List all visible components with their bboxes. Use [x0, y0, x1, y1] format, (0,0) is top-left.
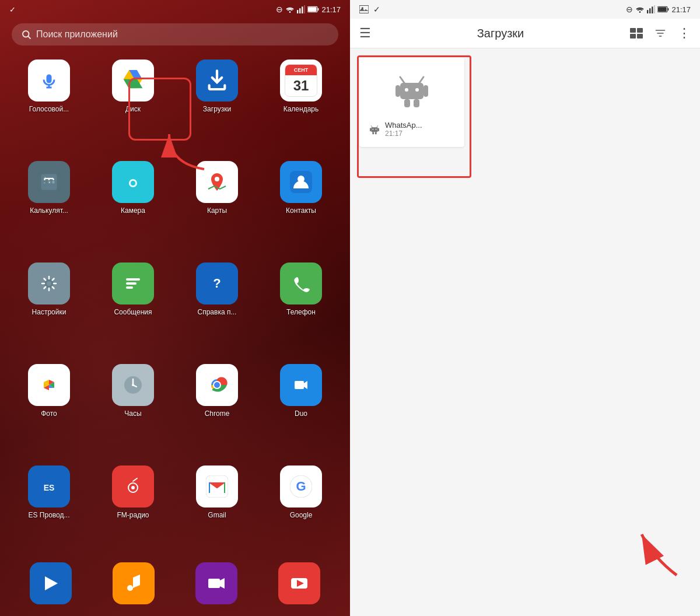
file-card-info: WhatsAp... 21:17 [369, 121, 455, 138]
app-icon-help: ? [196, 262, 238, 304]
svg-rect-71 [650, 8, 651, 13]
svg-rect-1 [297, 10, 298, 13]
app-item-chrome[interactable]: Chrome [177, 364, 257, 456]
app-item-phone[interactable]: Телефон [261, 262, 341, 355]
app-label-chrome: Chrome [205, 410, 230, 418]
app-item-music[interactable] [113, 562, 155, 604]
file-card-whatsapp[interactable]: WhatsAp... 21:17 [359, 58, 464, 147]
svg-rect-77 [630, 28, 636, 33]
file-type-icon [369, 124, 380, 135]
app-label-contacts: Контакты [286, 206, 316, 215]
svg-rect-6 [308, 7, 317, 11]
svg-rect-11 [47, 75, 52, 83]
file-name: WhatsAp... [385, 121, 422, 130]
app-item-voice[interactable]: Голосовой... [9, 60, 89, 152]
app-item-clock[interactable]: Часы [93, 364, 173, 456]
app-label-gmail: Gmail [208, 511, 226, 519]
arrow-to-downloads [152, 128, 210, 175]
status-bar-right: ✓ ⊖ 21:17 [350, 0, 700, 19]
svg-point-61 [127, 585, 133, 591]
signal-icon [297, 5, 305, 13]
menu-icon[interactable]: ☰ [359, 26, 371, 41]
app-item-google[interactable]: G Google [261, 466, 341, 558]
svg-rect-33 [126, 282, 136, 285]
app-item-video[interactable] [195, 562, 237, 604]
status-icons-left: ⊖ 21:17 [276, 5, 341, 14]
app-label-downloads: Загрузки [203, 105, 231, 113]
app-label-calculator: Калькулят... [30, 206, 68, 215]
toolbar-icons: ⋮ [630, 26, 691, 41]
app-icon-youtube [278, 562, 320, 604]
svg-point-26 [215, 177, 219, 181]
svg-line-85 [419, 77, 424, 83]
app-label-duo: Duo [295, 410, 307, 418]
svg-rect-76 [668, 8, 669, 10]
battery-icon-right [657, 6, 669, 13]
svg-line-9 [28, 36, 30, 38]
list-view-icon[interactable] [630, 28, 643, 38]
app-icon-downloads [196, 60, 238, 102]
app-item-gmail[interactable]: Gmail [177, 466, 257, 558]
app-item-contacts[interactable]: Контакты [261, 161, 341, 253]
app-item-settings[interactable]: Настройки [9, 262, 89, 355]
svg-rect-81 [400, 83, 424, 99]
app-label-messages: Сообщения [114, 308, 152, 316]
search-placeholder: Поиск приложений [36, 29, 118, 40]
app-item-help[interactable]: ? Справка п... [177, 262, 257, 355]
app-item-photos[interactable]: Фото [9, 364, 89, 456]
app-item-es[interactable]: ES ES Провод... [9, 466, 89, 558]
app-item-youtube[interactable] [278, 562, 320, 604]
app-icon-duo [280, 364, 322, 406]
app-label-clock: Часы [124, 410, 141, 418]
app-item-play[interactable] [30, 562, 72, 604]
app-label-google: Google [290, 511, 313, 519]
svg-rect-2 [300, 8, 301, 13]
search-bar[interactable]: Поиск приложений [12, 23, 338, 46]
more-icon[interactable]: ⋮ [678, 26, 691, 41]
app-icon-calendar: СЕНТ 31 [280, 60, 322, 102]
app-item-calendar[interactable]: СЕНТ 31 Календарь [261, 60, 341, 152]
svg-rect-72 [652, 6, 653, 13]
signal-icon-right [647, 5, 655, 13]
svg-point-0 [289, 11, 291, 13]
svg-text:G: G [296, 479, 306, 494]
app-label-camera: Камера [121, 206, 145, 215]
svg-point-48 [214, 382, 220, 388]
status-left-icons: ✓ [359, 5, 380, 14]
app-icon-phone [280, 262, 322, 304]
app-item-fm[interactable]: FM-радио [93, 466, 173, 558]
app-icon-fm [112, 466, 154, 508]
svg-rect-67 [359, 5, 369, 13]
svg-rect-7 [318, 8, 319, 10]
sort-icon[interactable] [654, 27, 666, 39]
app-label-drive: Диск [125, 105, 141, 113]
app-icon-settings [28, 262, 70, 304]
app-item-messages[interactable]: Сообщения [93, 262, 173, 355]
app-item-duo[interactable]: Duo [261, 364, 341, 456]
wifi-icon-right [635, 6, 645, 13]
svg-point-91 [373, 128, 374, 130]
app-label-maps: Карты [207, 206, 227, 215]
svg-marker-60 [45, 576, 58, 590]
app-label-es: ES Провод... [29, 511, 70, 519]
app-label-calendar: Календарь [284, 105, 319, 113]
app-label-photos: Фото [41, 410, 57, 418]
svg-point-92 [376, 128, 377, 130]
svg-rect-62 [208, 579, 220, 588]
arrow-to-file [618, 511, 688, 581]
svg-rect-70 [647, 10, 648, 13]
svg-point-55 [131, 486, 135, 489]
svg-text:?: ? [213, 276, 220, 290]
svg-rect-50 [295, 381, 304, 389]
app-icon-play [30, 562, 72, 604]
app-icon-gmail [196, 466, 238, 508]
file-meta: WhatsAp... 21:17 [385, 121, 422, 138]
svg-rect-37 [290, 272, 312, 295]
app-icon-chrome [196, 364, 238, 406]
app-icon-photos [28, 364, 70, 406]
svg-point-82 [405, 88, 408, 92]
app-label-fm: FM-радио [117, 511, 149, 519]
svg-line-94 [377, 125, 378, 127]
app-item-calculator[interactable]: + - × = Калькулят... [9, 161, 89, 253]
svg-text:ES: ES [44, 483, 55, 492]
